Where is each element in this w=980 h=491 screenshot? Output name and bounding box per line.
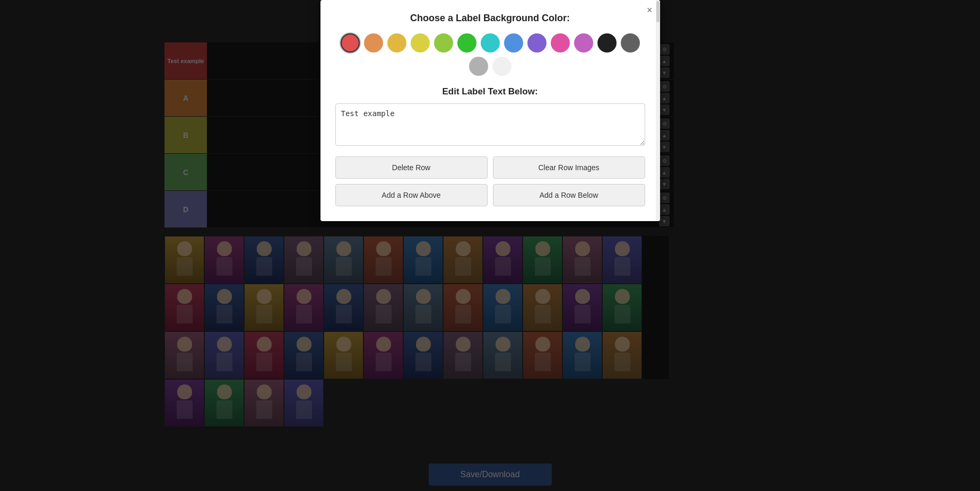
color-swatch-light-green[interactable]: [434, 33, 453, 52]
color-swatch-white[interactable]: [492, 57, 511, 76]
clear-row-images-button[interactable]: Clear Row Images: [493, 156, 645, 179]
color-swatch-purple[interactable]: [527, 33, 547, 52]
color-swatch-yellow-orange[interactable]: [387, 33, 406, 52]
close-button[interactable]: ×: [647, 5, 653, 15]
add-row-below-button[interactable]: Add a Row Below: [493, 184, 645, 206]
color-swatch-yellow[interactable]: [411, 33, 430, 52]
color-swatch-black[interactable]: [597, 33, 617, 52]
modal-scrollbar: [656, 0, 660, 221]
scrollbar-thumb: [656, 1, 660, 22]
delete-row-button[interactable]: Delete Row: [335, 156, 488, 179]
modal-buttons-container: Delete Row Clear Row Images Add a Row Ab…: [335, 156, 645, 206]
add-row-above-button[interactable]: Add a Row Above: [335, 184, 488, 206]
modal-button-row-2: Add a Row Above Add a Row Below: [335, 184, 645, 206]
color-swatch-pink[interactable]: [551, 33, 570, 52]
modal-title: Choose a Label Background Color:: [335, 13, 645, 24]
color-swatch-red[interactable]: [341, 33, 360, 52]
color-swatch-mauve[interactable]: [574, 33, 593, 52]
color-swatch-dark-gray[interactable]: [621, 33, 640, 52]
color-swatches-container: [335, 33, 645, 76]
modal-button-row-1: Delete Row Clear Row Images: [335, 156, 645, 179]
label-edit-modal: × Choose a Label Background Color: Edit …: [320, 0, 660, 221]
color-swatch-green[interactable]: [457, 33, 476, 52]
edit-label-title: Edit Label Text Below:: [335, 86, 645, 97]
label-text-input[interactable]: [335, 103, 645, 146]
color-swatch-cyan[interactable]: [481, 33, 500, 52]
modal-backdrop: × Choose a Label Background Color: Edit …: [0, 0, 980, 491]
color-swatch-orange[interactable]: [364, 33, 383, 52]
color-swatch-blue[interactable]: [504, 33, 523, 52]
color-swatch-light-gray[interactable]: [469, 57, 488, 76]
